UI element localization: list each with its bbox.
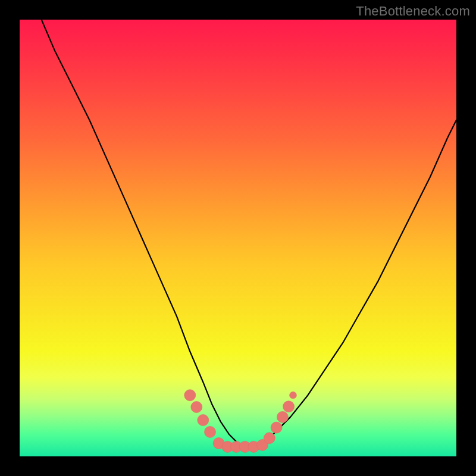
bottleneck-curve-svg — [20, 20, 456, 456]
curve-marker — [184, 390, 196, 401]
chart-frame: TheBottleneck.com — [0, 0, 476, 476]
bottleneck-curve — [42, 20, 456, 447]
curve-marker — [271, 422, 282, 433]
curve-marker — [277, 411, 288, 422]
curve-marker — [198, 415, 209, 426]
curve-marker — [205, 426, 216, 437]
curve-marker — [290, 392, 297, 399]
curve-markers — [184, 390, 297, 453]
curve-marker — [264, 433, 275, 444]
curve-marker — [191, 402, 202, 413]
plot-area — [20, 20, 456, 456]
curve-marker — [283, 401, 295, 412]
watermark-text: TheBottleneck.com — [356, 4, 470, 19]
